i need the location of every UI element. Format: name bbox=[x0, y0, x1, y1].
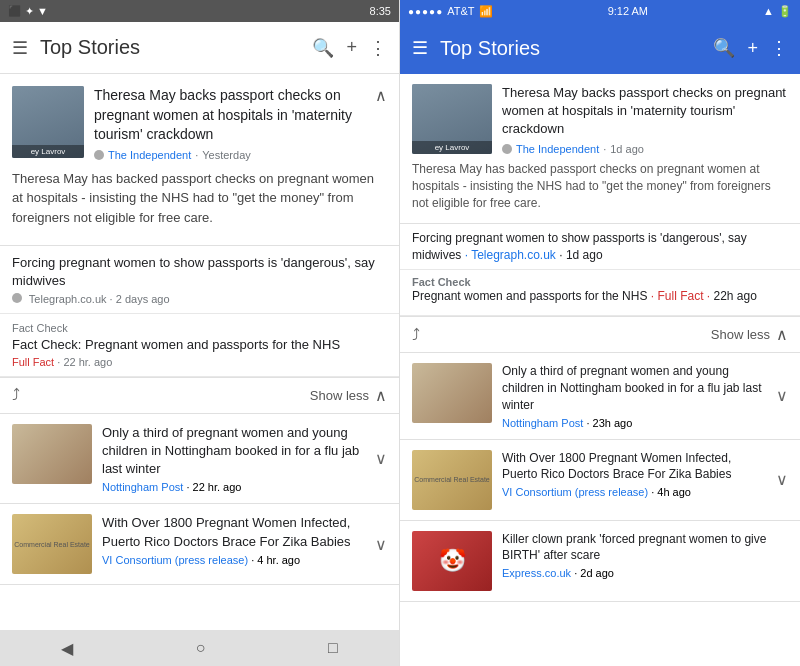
right-secondary-2: Commercial Real Estate With Over 1800 Pr… bbox=[400, 440, 800, 521]
right-secondary-1: Only a third of pregnant women and young… bbox=[400, 353, 800, 439]
left-related-2-source: Full Fact · 22 hr. ago bbox=[12, 356, 387, 368]
right-secondary-1-title: Only a third of pregnant women and young… bbox=[502, 363, 766, 413]
right-related-2: Fact Check Pregnant women and passports … bbox=[400, 270, 800, 316]
left-secondary-1-title: Only a third of pregnant women and young… bbox=[102, 424, 365, 479]
right-share-icon[interactable]: ⤴ bbox=[412, 326, 420, 344]
right-wifi: 📶 bbox=[479, 5, 493, 18]
left-menu-icon[interactable]: ☰ bbox=[12, 37, 28, 59]
left-secondary-1: Only a third of pregnant women and young… bbox=[0, 414, 399, 505]
left-secondary-1-source: Nottingham Post · 22 hr. ago bbox=[102, 481, 365, 493]
left-secondary-1-thumb bbox=[12, 424, 92, 484]
right-main-thumb: ey Lavrov bbox=[412, 84, 492, 154]
right-carrier: AT&T bbox=[447, 5, 474, 17]
left-main-story: ey Lavrov Theresa May backs passport che… bbox=[0, 74, 399, 246]
right-status-bar: ●●●●● AT&T 📶 9:12 AM ▲ 🔋 bbox=[400, 0, 800, 22]
right-related-1: Forcing pregnant women to show passports… bbox=[400, 224, 800, 271]
left-show-less-bar: ⤴ Show less ∧ bbox=[0, 377, 399, 414]
right-battery: 🔋 bbox=[778, 5, 792, 18]
home-button[interactable]: ○ bbox=[196, 639, 206, 657]
right-show-less-bar: ⤴ Show less ∧ bbox=[400, 316, 800, 353]
right-secondary-1-expand[interactable]: ∨ bbox=[776, 386, 788, 405]
left-nav-bar: ◀ ○ □ bbox=[0, 630, 399, 666]
right-secondary-2-expand[interactable]: ∨ bbox=[776, 470, 788, 489]
left-share-icon[interactable]: ⤴ bbox=[12, 386, 20, 404]
left-related-1-title: Forcing pregnant women to show passports… bbox=[12, 254, 387, 290]
right-fact-check-label: Fact Check bbox=[412, 276, 788, 288]
right-panel: ●●●●● AT&T 📶 9:12 AM ▲ 🔋 ☰ Top Stories 🔍… bbox=[400, 0, 800, 666]
right-add-icon[interactable]: + bbox=[747, 38, 758, 59]
right-toolbar: ☰ Top Stories 🔍 + ⋮ bbox=[400, 22, 800, 74]
right-secondary-3: 🤡 Killer clown prank 'forced pregnant wo… bbox=[400, 521, 800, 602]
left-expand-btn[interactable]: ∧ bbox=[375, 86, 387, 161]
left-toolbar: ☰ Top Stories 🔍 + ⋮ bbox=[0, 22, 399, 74]
left-search-icon[interactable]: 🔍 bbox=[312, 37, 334, 59]
left-secondary-2-title: With Over 1800 Pregnant Women Infected, … bbox=[102, 514, 365, 550]
left-secondary-2-source: VI Consortium (press release) · 4 hr. ag… bbox=[102, 554, 365, 566]
left-status-icons: ⬛ ✦ ▼ bbox=[8, 5, 48, 18]
left-main-title: Theresa May backs passport checks on pre… bbox=[94, 86, 365, 145]
right-main-story: ey Lavrov Theresa May backs passport che… bbox=[400, 74, 800, 224]
right-show-less-text[interactable]: Show less bbox=[711, 327, 770, 342]
right-search-icon[interactable]: 🔍 bbox=[713, 37, 735, 59]
left-related-2: Fact Check Fact Check: Pregnant women an… bbox=[0, 314, 399, 377]
left-fact-check-label: Fact Check bbox=[12, 322, 387, 334]
right-secondary-2-title: With Over 1800 Pregnant Women Infected, … bbox=[502, 450, 766, 484]
left-source-time-val: Yesterday bbox=[202, 149, 251, 161]
right-content: ey Lavrov Theresa May backs passport che… bbox=[400, 74, 800, 666]
right-show-less-chevron[interactable]: ∧ bbox=[776, 325, 788, 344]
right-nav-icon: ▲ bbox=[763, 5, 774, 18]
right-secondary-3-thumb: 🤡 bbox=[412, 531, 492, 591]
left-content: ey Lavrov Theresa May backs passport che… bbox=[0, 74, 399, 630]
right-secondary-3-source: Express.co.uk · 2d ago bbox=[502, 567, 788, 579]
right-main-source: The Independent · 1d ago bbox=[502, 143, 788, 155]
right-carrier-dots: ●●●●● bbox=[408, 6, 443, 17]
left-toolbar-title: Top Stories bbox=[40, 36, 300, 59]
right-related-2-title: Pregnant women and passports for the NHS… bbox=[412, 288, 788, 305]
recent-button[interactable]: □ bbox=[328, 639, 338, 657]
left-main-summary: Theresa May has backed passport checks o… bbox=[12, 169, 387, 228]
right-main-title: Theresa May backs passport checks on pre… bbox=[502, 84, 788, 139]
right-secondary-1-thumb bbox=[412, 363, 492, 423]
right-secondary-2-source: VI Consortium (press release) · 4h ago bbox=[502, 486, 766, 498]
right-secondary-3-title: Killer clown prank 'forced pregnant wome… bbox=[502, 531, 788, 565]
left-show-less-chevron[interactable]: ∧ bbox=[375, 386, 387, 405]
right-menu-icon[interactable]: ☰ bbox=[412, 37, 428, 59]
right-source-name: The Independent bbox=[516, 143, 599, 155]
left-panel: ⬛ ✦ ▼ 8:35 ☰ Top Stories 🔍 + ⋮ ey Lavrov… bbox=[0, 0, 400, 666]
left-related-1-source: Telegraph.co.uk · 2 days ago bbox=[12, 293, 387, 305]
right-time: 9:12 AM bbox=[608, 5, 648, 17]
left-main-source: The Independent · Yesterday bbox=[94, 149, 365, 161]
right-secondary-1-source: Nottingham Post · 23h ago bbox=[502, 417, 766, 429]
left-source-time: · bbox=[195, 149, 198, 161]
left-secondary-2-thumb: Commercial Real Estate bbox=[12, 514, 92, 574]
right-toolbar-title: Top Stories bbox=[440, 37, 701, 60]
right-main-summary: Theresa May has backed passport checks o… bbox=[412, 161, 788, 213]
back-button[interactable]: ◀ bbox=[61, 639, 73, 658]
left-secondary-1-expand[interactable]: ∨ bbox=[375, 449, 387, 468]
right-more-icon[interactable]: ⋮ bbox=[770, 37, 788, 59]
left-secondary-2-expand[interactable]: ∨ bbox=[375, 535, 387, 554]
left-add-icon[interactable]: + bbox=[346, 37, 357, 58]
right-secondary-2-thumb: Commercial Real Estate bbox=[412, 450, 492, 510]
left-time: 8:35 bbox=[370, 5, 391, 17]
left-show-less-text[interactable]: Show less bbox=[310, 388, 369, 403]
left-related-2-title: Fact Check: Pregnant women and passports… bbox=[12, 336, 387, 354]
left-source-name: The Independent bbox=[108, 149, 191, 161]
left-status-bar: ⬛ ✦ ▼ 8:35 bbox=[0, 0, 399, 22]
left-main-thumb: ey Lavrov bbox=[12, 86, 84, 158]
left-related-1: Forcing pregnant women to show passports… bbox=[0, 246, 399, 313]
right-related-1-title: Forcing pregnant women to show passports… bbox=[412, 230, 788, 264]
left-secondary-2: Commercial Real Estate With Over 1800 Pr… bbox=[0, 504, 399, 585]
left-more-icon[interactable]: ⋮ bbox=[369, 37, 387, 59]
